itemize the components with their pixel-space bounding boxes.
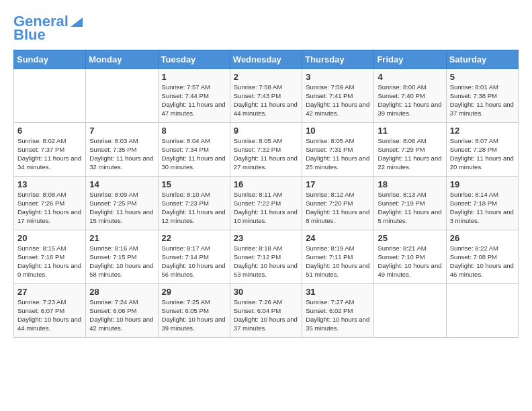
day-info: Sunrise: 8:15 AM Sunset: 7:16 PM Dayligh… [17,244,82,279]
day-number: 20 [17,233,82,243]
day-info: Sunrise: 7:26 AM Sunset: 6:04 PM Dayligh… [234,298,298,332]
day-number: 1 [162,72,226,82]
day-info: Sunrise: 8:09 AM Sunset: 7:25 PM Dayligh… [89,191,154,225]
header-cell-saturday: Saturday [446,50,518,69]
day-number: 18 [378,179,442,189]
day-info: Sunrise: 8:17 AM Sunset: 7:14 PM Dayligh… [162,244,226,279]
day-info: Sunrise: 7:27 AM Sunset: 6:02 PM Dayligh… [306,298,370,332]
logo-text2: Blue [13,27,46,43]
day-cell: 26Sunrise: 8:22 AM Sunset: 7:08 PM Dayli… [446,230,518,284]
day-number: 4 [378,72,442,82]
day-cell: 11Sunrise: 8:06 AM Sunset: 7:29 PM Dayli… [374,123,446,177]
day-cell: 17Sunrise: 8:12 AM Sunset: 7:20 PM Dayli… [302,177,374,230]
day-cell: 13Sunrise: 8:08 AM Sunset: 7:26 PM Dayli… [14,177,86,230]
week-row: 1Sunrise: 7:57 AM Sunset: 7:44 PM Daylig… [14,69,519,123]
day-number: 16 [234,179,298,189]
day-info: Sunrise: 8:12 AM Sunset: 7:20 PM Dayligh… [306,191,370,225]
day-cell [446,284,518,338]
day-info: Sunrise: 8:11 AM Sunset: 7:22 PM Dayligh… [234,191,298,225]
calendar-table: SundayMondayTuesdayWednesdayThursdayFrid… [13,50,519,338]
day-info: Sunrise: 7:58 AM Sunset: 7:43 PM Dayligh… [234,83,298,118]
day-number: 12 [450,126,515,136]
day-info: Sunrise: 8:06 AM Sunset: 7:29 PM Dayligh… [378,137,442,171]
day-cell: 9Sunrise: 8:05 AM Sunset: 7:32 PM Daylig… [230,123,302,177]
day-info: Sunrise: 7:24 AM Sunset: 6:06 PM Dayligh… [89,298,154,332]
header-cell-wednesday: Wednesday [230,50,302,69]
day-number: 14 [89,179,154,189]
day-info: Sunrise: 8:08 AM Sunset: 7:26 PM Dayligh… [17,191,82,225]
day-number: 27 [17,287,82,297]
day-number: 9 [234,126,298,136]
day-cell: 5Sunrise: 8:01 AM Sunset: 7:38 PM Daylig… [446,69,518,123]
week-row: 13Sunrise: 8:08 AM Sunset: 7:26 PM Dayli… [14,177,519,230]
day-number: 8 [162,126,226,136]
day-number: 31 [306,287,370,297]
day-cell: 3Sunrise: 7:59 AM Sunset: 7:41 PM Daylig… [302,69,374,123]
day-cell: 20Sunrise: 8:15 AM Sunset: 7:16 PM Dayli… [14,230,86,284]
day-info: Sunrise: 8:22 AM Sunset: 7:08 PM Dayligh… [450,244,515,279]
day-info: Sunrise: 8:14 AM Sunset: 7:18 PM Dayligh… [450,191,515,225]
day-cell [86,69,158,123]
day-cell: 22Sunrise: 8:17 AM Sunset: 7:14 PM Dayli… [158,230,230,284]
day-cell: 27Sunrise: 7:23 AM Sunset: 6:07 PM Dayli… [14,284,86,338]
calendar-body: 1Sunrise: 7:57 AM Sunset: 7:44 PM Daylig… [14,69,519,338]
day-info: Sunrise: 8:13 AM Sunset: 7:19 PM Dayligh… [378,191,442,225]
day-info: Sunrise: 8:01 AM Sunset: 7:38 PM Dayligh… [450,83,515,118]
day-number: 2 [234,72,298,82]
header-row: SundayMondayTuesdayWednesdayThursdayFrid… [14,50,519,69]
day-number: 10 [306,126,370,136]
header-cell-friday: Friday [374,50,446,69]
day-number: 3 [306,72,370,82]
day-cell: 30Sunrise: 7:26 AM Sunset: 6:04 PM Dayli… [230,284,302,338]
header-cell-monday: Monday [86,50,158,69]
day-number: 5 [450,72,515,82]
day-number: 7 [89,126,154,136]
week-row: 20Sunrise: 8:15 AM Sunset: 7:16 PM Dayli… [14,230,519,284]
header: General Blue [13,13,519,43]
day-cell: 25Sunrise: 8:21 AM Sunset: 7:10 PM Dayli… [374,230,446,284]
day-number: 17 [306,179,370,189]
calendar-header: SundayMondayTuesdayWednesdayThursdayFrid… [14,50,519,69]
logo-icon [71,15,83,27]
header-cell-sunday: Sunday [14,50,86,69]
day-number: 29 [162,287,226,297]
day-number: 23 [234,233,298,243]
day-info: Sunrise: 8:05 AM Sunset: 7:31 PM Dayligh… [306,137,370,171]
day-cell: 10Sunrise: 8:05 AM Sunset: 7:31 PM Dayli… [302,123,374,177]
day-cell: 4Sunrise: 8:00 AM Sunset: 7:40 PM Daylig… [374,69,446,123]
week-row: 27Sunrise: 7:23 AM Sunset: 6:07 PM Dayli… [14,284,519,338]
header-cell-thursday: Thursday [302,50,374,69]
day-cell: 28Sunrise: 7:24 AM Sunset: 6:06 PM Dayli… [86,284,158,338]
day-number: 15 [162,179,226,189]
day-number: 24 [306,233,370,243]
day-number: 26 [450,233,515,243]
day-cell: 24Sunrise: 8:19 AM Sunset: 7:11 PM Dayli… [302,230,374,284]
day-cell: 16Sunrise: 8:11 AM Sunset: 7:22 PM Dayli… [230,177,302,230]
day-cell [14,69,86,123]
day-cell: 12Sunrise: 8:07 AM Sunset: 7:28 PM Dayli… [446,123,518,177]
day-cell: 19Sunrise: 8:14 AM Sunset: 7:18 PM Dayli… [446,177,518,230]
day-info: Sunrise: 8:04 AM Sunset: 7:34 PM Dayligh… [162,137,226,171]
header-cell-tuesday: Tuesday [158,50,230,69]
day-cell: 1Sunrise: 7:57 AM Sunset: 7:44 PM Daylig… [158,69,230,123]
day-info: Sunrise: 8:02 AM Sunset: 7:37 PM Dayligh… [17,137,82,171]
day-number: 19 [450,179,515,189]
day-cell: 7Sunrise: 8:03 AM Sunset: 7:35 PM Daylig… [86,123,158,177]
day-info: Sunrise: 8:19 AM Sunset: 7:11 PM Dayligh… [306,244,370,279]
day-info: Sunrise: 8:21 AM Sunset: 7:10 PM Dayligh… [378,244,442,279]
day-info: Sunrise: 8:10 AM Sunset: 7:23 PM Dayligh… [162,191,226,225]
day-cell: 2Sunrise: 7:58 AM Sunset: 7:43 PM Daylig… [230,69,302,123]
day-info: Sunrise: 7:57 AM Sunset: 7:44 PM Dayligh… [162,83,226,118]
logo: General Blue [13,13,83,43]
day-cell: 15Sunrise: 8:10 AM Sunset: 7:23 PM Dayli… [158,177,230,230]
day-info: Sunrise: 7:23 AM Sunset: 6:07 PM Dayligh… [17,298,82,332]
week-row: 6Sunrise: 8:02 AM Sunset: 7:37 PM Daylig… [14,123,519,177]
day-number: 13 [17,179,82,189]
day-info: Sunrise: 8:07 AM Sunset: 7:28 PM Dayligh… [450,137,515,171]
day-cell [374,284,446,338]
day-info: Sunrise: 8:05 AM Sunset: 7:32 PM Dayligh… [234,137,298,171]
day-number: 11 [378,126,442,136]
day-cell: 29Sunrise: 7:25 AM Sunset: 6:05 PM Dayli… [158,284,230,338]
day-info: Sunrise: 8:00 AM Sunset: 7:40 PM Dayligh… [378,83,442,118]
day-cell: 6Sunrise: 8:02 AM Sunset: 7:37 PM Daylig… [14,123,86,177]
